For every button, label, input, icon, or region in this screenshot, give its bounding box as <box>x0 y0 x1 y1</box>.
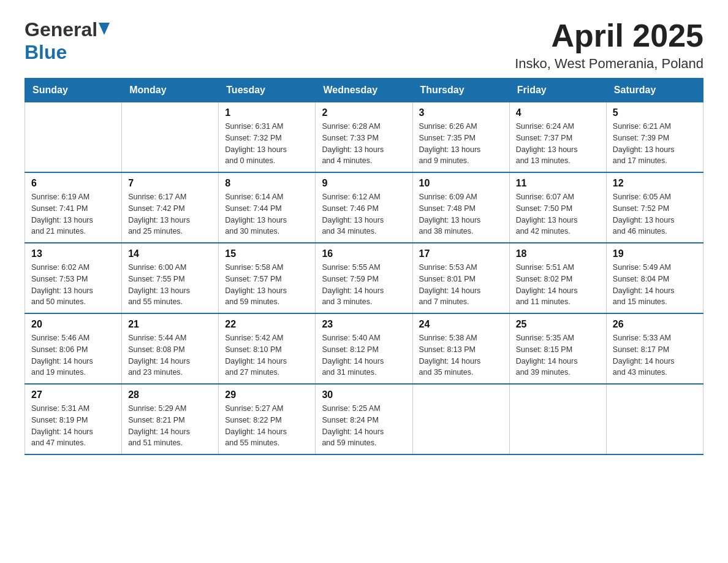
header-cell-monday: Monday <box>122 79 219 102</box>
calendar-week-5: 27Sunrise: 5:31 AMSunset: 8:19 PMDayligh… <box>25 384 703 454</box>
calendar-cell: 22Sunrise: 5:42 AMSunset: 8:10 PMDayligh… <box>219 313 316 384</box>
day-info: Sunrise: 6:19 AMSunset: 7:41 PMDaylight:… <box>31 191 115 237</box>
header-cell-saturday: Saturday <box>606 79 703 102</box>
day-number: 25 <box>516 319 600 330</box>
day-info: Sunrise: 6:28 AMSunset: 7:33 PMDaylight:… <box>322 121 406 167</box>
day-number: 30 <box>322 389 406 400</box>
calendar-cell: 16Sunrise: 5:55 AMSunset: 7:59 PMDayligh… <box>316 243 412 313</box>
calendar-cell: 20Sunrise: 5:46 AMSunset: 8:06 PMDayligh… <box>25 313 122 384</box>
day-info: Sunrise: 5:33 AMSunset: 8:17 PMDaylight:… <box>613 332 697 378</box>
calendar-week-4: 20Sunrise: 5:46 AMSunset: 8:06 PMDayligh… <box>25 313 703 384</box>
calendar-cell <box>509 384 606 454</box>
header-cell-friday: Friday <box>509 79 606 102</box>
calendar-cell: 11Sunrise: 6:07 AMSunset: 7:50 PMDayligh… <box>509 172 606 243</box>
day-number: 16 <box>322 248 406 259</box>
calendar-cell: 25Sunrise: 5:35 AMSunset: 8:15 PMDayligh… <box>509 313 606 384</box>
calendar-cell: 2Sunrise: 6:28 AMSunset: 7:33 PMDaylight… <box>316 102 412 173</box>
day-info: Sunrise: 5:44 AMSunset: 8:08 PMDaylight:… <box>128 332 212 378</box>
calendar-cell: 3Sunrise: 6:26 AMSunset: 7:35 PMDaylight… <box>412 102 509 173</box>
day-number: 18 <box>516 248 600 259</box>
day-number: 7 <box>128 178 212 189</box>
day-number: 29 <box>225 389 309 400</box>
calendar-header: SundayMondayTuesdayWednesdayThursdayFrid… <box>25 79 703 102</box>
header-cell-tuesday: Tuesday <box>219 79 316 102</box>
day-number: 27 <box>31 389 115 400</box>
calendar-cell: 14Sunrise: 6:00 AMSunset: 7:55 PMDayligh… <box>122 243 219 313</box>
logo-general-text: General <box>25 18 97 41</box>
day-info: Sunrise: 5:46 AMSunset: 8:06 PMDaylight:… <box>31 332 115 378</box>
day-number: 11 <box>516 178 600 189</box>
day-number: 22 <box>225 319 309 330</box>
day-number: 21 <box>128 319 212 330</box>
calendar-cell: 29Sunrise: 5:27 AMSunset: 8:22 PMDayligh… <box>219 384 316 454</box>
header-cell-thursday: Thursday <box>412 79 509 102</box>
day-info: Sunrise: 5:25 AMSunset: 8:24 PMDaylight:… <box>322 403 406 449</box>
day-info: Sunrise: 6:02 AMSunset: 7:53 PMDaylight:… <box>31 262 115 308</box>
day-number: 26 <box>613 319 697 330</box>
page-header: General Blue April 2025 Insko, West Pome… <box>25 18 703 72</box>
calendar-cell: 8Sunrise: 6:14 AMSunset: 7:44 PMDaylight… <box>219 172 316 243</box>
calendar-week-3: 13Sunrise: 6:02 AMSunset: 7:53 PMDayligh… <box>25 243 703 313</box>
calendar-cell: 17Sunrise: 5:53 AMSunset: 8:01 PMDayligh… <box>412 243 509 313</box>
calendar-cell: 13Sunrise: 6:02 AMSunset: 7:53 PMDayligh… <box>25 243 122 313</box>
calendar-cell: 30Sunrise: 5:25 AMSunset: 8:24 PMDayligh… <box>316 384 412 454</box>
calendar-cell: 24Sunrise: 5:38 AMSunset: 8:13 PMDayligh… <box>412 313 509 384</box>
calendar-cell: 1Sunrise: 6:31 AMSunset: 7:32 PMDaylight… <box>219 102 316 173</box>
calendar-cell: 27Sunrise: 5:31 AMSunset: 8:19 PMDayligh… <box>25 384 122 454</box>
calendar-cell <box>122 102 219 173</box>
calendar-cell: 15Sunrise: 5:58 AMSunset: 7:57 PMDayligh… <box>219 243 316 313</box>
day-number: 15 <box>225 248 309 259</box>
day-info: Sunrise: 6:00 AMSunset: 7:55 PMDaylight:… <box>128 262 212 308</box>
calendar-cell: 19Sunrise: 5:49 AMSunset: 8:04 PMDayligh… <box>606 243 703 313</box>
calendar-cell <box>25 102 122 173</box>
calendar-cell: 26Sunrise: 5:33 AMSunset: 8:17 PMDayligh… <box>606 313 703 384</box>
day-info: Sunrise: 6:14 AMSunset: 7:44 PMDaylight:… <box>225 191 309 237</box>
day-number: 2 <box>322 107 406 118</box>
calendar-cell <box>412 384 509 454</box>
calendar-cell: 5Sunrise: 6:21 AMSunset: 7:39 PMDaylight… <box>606 102 703 173</box>
calendar-week-2: 6Sunrise: 6:19 AMSunset: 7:41 PMDaylight… <box>25 172 703 243</box>
logo-blue-text: Blue <box>25 41 67 63</box>
day-info: Sunrise: 6:12 AMSunset: 7:46 PMDaylight:… <box>322 191 406 237</box>
calendar-cell: 21Sunrise: 5:44 AMSunset: 8:08 PMDayligh… <box>122 313 219 384</box>
day-number: 5 <box>613 107 697 118</box>
header-cell-wednesday: Wednesday <box>316 79 412 102</box>
day-info: Sunrise: 6:26 AMSunset: 7:35 PMDaylight:… <box>419 121 503 167</box>
page-title: April 2025 <box>515 18 703 53</box>
day-info: Sunrise: 6:31 AMSunset: 7:32 PMDaylight:… <box>225 121 309 167</box>
day-number: 14 <box>128 248 212 259</box>
calendar-cell: 6Sunrise: 6:19 AMSunset: 7:41 PMDaylight… <box>25 172 122 243</box>
day-info: Sunrise: 5:27 AMSunset: 8:22 PMDaylight:… <box>225 403 309 449</box>
day-info: Sunrise: 6:24 AMSunset: 7:37 PMDaylight:… <box>516 121 600 167</box>
day-info: Sunrise: 5:58 AMSunset: 7:57 PMDaylight:… <box>225 262 309 308</box>
day-info: Sunrise: 6:17 AMSunset: 7:42 PMDaylight:… <box>128 191 212 237</box>
calendar-body: 1Sunrise: 6:31 AMSunset: 7:32 PMDaylight… <box>25 102 703 455</box>
calendar-cell: 28Sunrise: 5:29 AMSunset: 8:21 PMDayligh… <box>122 384 219 454</box>
day-info: Sunrise: 6:05 AMSunset: 7:52 PMDaylight:… <box>613 191 697 237</box>
day-info: Sunrise: 5:29 AMSunset: 8:21 PMDaylight:… <box>128 403 212 449</box>
day-info: Sunrise: 5:38 AMSunset: 8:13 PMDaylight:… <box>419 332 503 378</box>
day-number: 19 <box>613 248 697 259</box>
day-info: Sunrise: 5:31 AMSunset: 8:19 PMDaylight:… <box>31 403 115 449</box>
day-number: 23 <box>322 319 406 330</box>
calendar-table: SundayMondayTuesdayWednesdayThursdayFrid… <box>25 78 703 455</box>
day-info: Sunrise: 5:42 AMSunset: 8:10 PMDaylight:… <box>225 332 309 378</box>
day-number: 4 <box>516 107 600 118</box>
calendar-cell: 9Sunrise: 6:12 AMSunset: 7:46 PMDaylight… <box>316 172 412 243</box>
page-subtitle: Insko, West Pomerania, Poland <box>515 56 703 72</box>
day-info: Sunrise: 5:51 AMSunset: 8:02 PMDaylight:… <box>516 262 600 308</box>
calendar-cell <box>606 384 703 454</box>
calendar-week-1: 1Sunrise: 6:31 AMSunset: 7:32 PMDaylight… <box>25 102 703 173</box>
day-number: 13 <box>31 248 115 259</box>
day-number: 24 <box>419 319 503 330</box>
day-number: 3 <box>419 107 503 118</box>
day-info: Sunrise: 6:21 AMSunset: 7:39 PMDaylight:… <box>613 121 697 167</box>
day-info: Sunrise: 5:53 AMSunset: 8:01 PMDaylight:… <box>419 262 503 308</box>
day-info: Sunrise: 6:07 AMSunset: 7:50 PMDaylight:… <box>516 191 600 237</box>
header-cell-sunday: Sunday <box>25 79 122 102</box>
calendar-cell: 7Sunrise: 6:17 AMSunset: 7:42 PMDaylight… <box>122 172 219 243</box>
day-number: 17 <box>419 248 503 259</box>
calendar-cell: 12Sunrise: 6:05 AMSunset: 7:52 PMDayligh… <box>606 172 703 243</box>
header-row: SundayMondayTuesdayWednesdayThursdayFrid… <box>25 79 703 102</box>
day-info: Sunrise: 5:55 AMSunset: 7:59 PMDaylight:… <box>322 262 406 308</box>
